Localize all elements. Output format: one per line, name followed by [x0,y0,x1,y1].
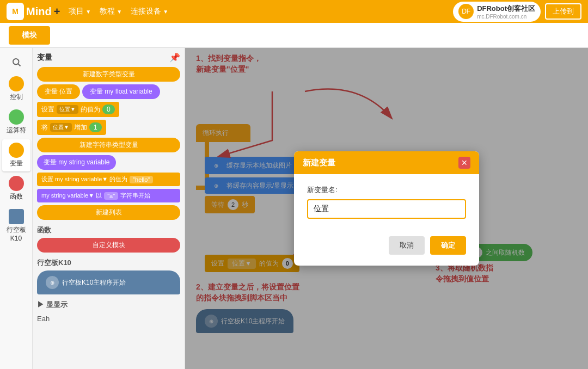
modal-header: 新建变量 ✕ [294,151,479,174]
function-label: 函数 [10,193,23,200]
topbar-right: DF DFRobot创客社区 mc.DFRobot.com.cn 上传到 [453,2,581,22]
operator-label: 运算符 [7,126,26,134]
connect-arrow-icon: ▼ [163,9,168,15]
sidebar-item-airboard[interactable]: 行空板K10 [2,206,30,245]
new-number-var-btn[interactable]: 新建数字类型变量 [37,67,180,82]
airboard-label: 行空板K10 [7,226,26,242]
airboard-block-icon: ⊕ [46,276,59,289]
module-button[interactable]: 模块 [9,26,50,45]
modal-label: 新变量名: [307,185,466,195]
tutorial-arrow-icon: ▼ [117,9,122,15]
custom-block-btn[interactable]: 自定义模块 [37,238,180,253]
main-area: 控制 运算符 变量 函数 行空板K10 变量 📌 新建数字类型变量 变量 位置 … [0,48,588,369]
logo-plus: + [54,5,60,18]
airboard-title: 行空板K10 [37,258,180,268]
a-value: "a" [104,192,118,200]
new-string-var-btn[interactable]: 新建字符串类型变量 [37,138,180,152]
dfrobot-icon: DF [458,4,474,19]
functions-title: 函数 [37,225,180,235]
logo-icon: M [7,3,24,20]
var-float-btn[interactable]: 变量 my float variable [82,84,160,99]
nav-connect[interactable]: 连接设备 ▼ [131,7,168,16]
var-string-btn[interactable]: 变量 my string variable [37,155,116,170]
variable-name-input[interactable] [307,199,466,219]
modal-title: 新建变量 [303,158,335,168]
pin-icon[interactable]: 📌 [169,52,180,63]
search-button[interactable] [5,52,27,72]
script-area[interactable]: 1、找到变量指令， 新建变量"位置" 循环执行 ⊕ 缓存显示本地加载图片 ⚙ 在… [185,48,588,369]
modal-body: 新变量名: [294,174,479,230]
function-icon [9,176,24,191]
sidebar-item-control[interactable]: 控制 [2,73,30,105]
svg-line-1 [18,64,20,66]
variable-label: 变量 [10,159,23,167]
add-dropdown[interactable]: 位置▼ [50,123,72,132]
cancel-button[interactable]: 取消 [389,236,425,255]
svg-point-0 [13,59,19,65]
show-title: ▶ 显显示 [37,300,180,310]
eah-text: Eah [37,312,180,325]
control-icon [9,76,24,91]
modal-overlay: 新建变量 ✕ 新变量名: 取消 确定 [185,48,588,369]
variable-icon [9,143,24,158]
dfrobot-subtitle: mc.DFRobot.com.cn [477,14,535,20]
position-dropdown[interactable]: 位置▼ [57,105,78,114]
top-bar: M Mind+ 项目 ▼ 教程 ▼ 连接设备 ▼ DF DFRobot创客社区 … [0,0,588,23]
set-position-value: 0 [102,104,115,114]
control-label: 控制 [10,93,23,101]
upload-button[interactable]: 上传到 [545,3,581,20]
string-start-block[interactable]: my string variable▼ 以 "a" 字符串开始 [37,189,180,202]
airboard-main-block[interactable]: ⊕ 行空板K10主程序开始 [37,270,180,294]
set-position-row: 设置 位置▼ 的值为 0 [37,102,180,117]
modal-footer: 取消 确定 [294,230,479,266]
dfrobot-badge: DF DFRobot创客社区 mc.DFRobot.com.cn [453,2,541,22]
nav-project[interactable]: 项目 ▼ [69,7,91,16]
add-position-row: 将 位置▼ 增加 1 [37,120,180,135]
modal-close-button[interactable]: ✕ [458,157,470,169]
new-variable-modal: 新建变量 ✕ 新变量名: 取消 确定 [294,151,479,266]
operator-icon [9,109,24,125]
blocks-panel: 变量 📌 新建数字类型变量 变量 位置 变量 my float variable… [33,48,185,369]
add-position-block[interactable]: 将 位置▼ 增加 1 [37,120,106,135]
project-arrow-icon: ▼ [85,9,91,15]
nav-tutorial[interactable]: 教程 ▼ [100,7,122,16]
sidebar-item-variable[interactable]: 变量 [2,139,30,171]
new-list-btn[interactable]: 新建列表 [37,205,180,220]
search-icon [11,57,21,67]
hello-value: "hello" [130,176,153,183]
set-position-block[interactable]: 设置 位置▼ 的值为 0 [37,102,119,117]
sidebar-item-operator[interactable]: 运算符 [2,106,30,138]
second-bar: 模块 [0,23,588,48]
sidebar: 控制 运算符 变量 函数 行空板K10 [0,48,33,369]
dfrobot-title: DFRobot创客社区 [477,4,535,14]
sidebar-item-function[interactable]: 函数 [2,173,30,205]
var-position-btn[interactable]: 变量 位置 [37,84,80,99]
airboard-icon [9,209,24,224]
add-value: 1 [89,122,102,132]
confirm-button[interactable]: 确定 [430,236,466,255]
logo-text: Mind [26,5,52,18]
panel-title: 变量 📌 [37,52,180,63]
logo: M Mind+ [7,3,60,20]
set-string-block[interactable]: 设置 my string variable▼ 的值为 "hello" [37,173,180,186]
